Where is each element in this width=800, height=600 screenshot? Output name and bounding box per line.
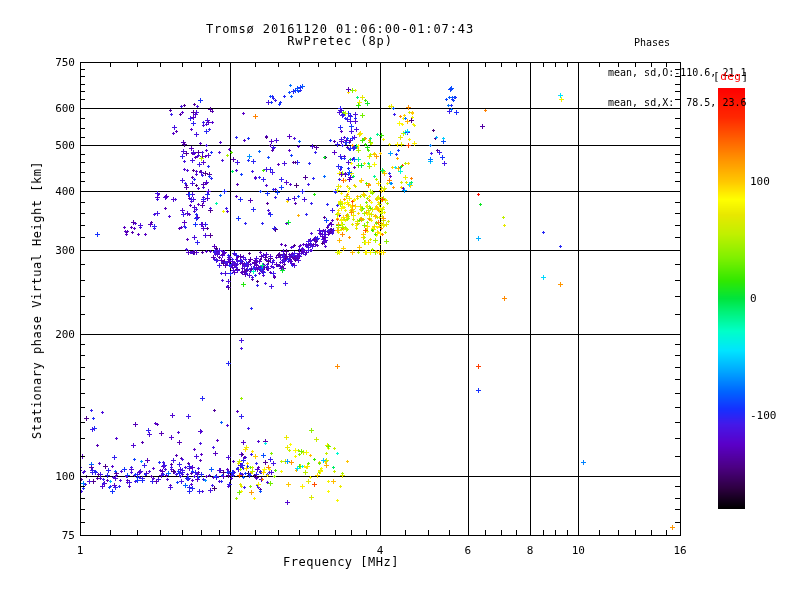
x-tick-label: 6 bbox=[464, 544, 471, 557]
x-tick-label: 2 bbox=[227, 544, 234, 557]
colorbar-tick-label: -100 bbox=[750, 409, 777, 422]
colorbar-tick-label: 100 bbox=[750, 175, 770, 188]
colorbar-unit-label: [deg] bbox=[713, 70, 749, 83]
y-tick-label: 200 bbox=[39, 328, 75, 341]
colorbar-bracket-close-label: ] bbox=[742, 70, 749, 83]
phase-stats-x-mode: mean, sd,X: 78.5, 23.6 bbox=[608, 98, 746, 108]
y-tick-label: 100 bbox=[39, 470, 75, 483]
y-tick-label: 300 bbox=[39, 244, 75, 257]
plot-subtitle: RwPretec (8p) bbox=[287, 34, 393, 48]
y-tick-label: 600 bbox=[39, 102, 75, 115]
x-tick-label: 16 bbox=[673, 544, 686, 557]
x-tick-label: 8 bbox=[527, 544, 534, 557]
x-tick-label: 10 bbox=[572, 544, 585, 557]
phase-stats-title: Phases bbox=[608, 38, 746, 48]
y-tick-label: 75 bbox=[39, 529, 75, 542]
x-tick-label: 1 bbox=[77, 544, 84, 557]
colorbar-tick-label: 0 bbox=[750, 292, 757, 305]
colorbar-deg-label: deg bbox=[720, 70, 741, 83]
ionogram-figure: Tromsø 20161120 01:06:00-01:07:43 RwPret… bbox=[0, 0, 800, 600]
y-tick-label: 400 bbox=[39, 185, 75, 198]
x-tick-label: 4 bbox=[377, 544, 384, 557]
x-axis-label: Frequency [MHz] bbox=[283, 555, 399, 569]
y-tick-label: 500 bbox=[39, 139, 75, 152]
y-axis-label: Stationary phase Virtual Height [km] bbox=[30, 161, 44, 439]
y-tick-label: 750 bbox=[39, 56, 75, 69]
